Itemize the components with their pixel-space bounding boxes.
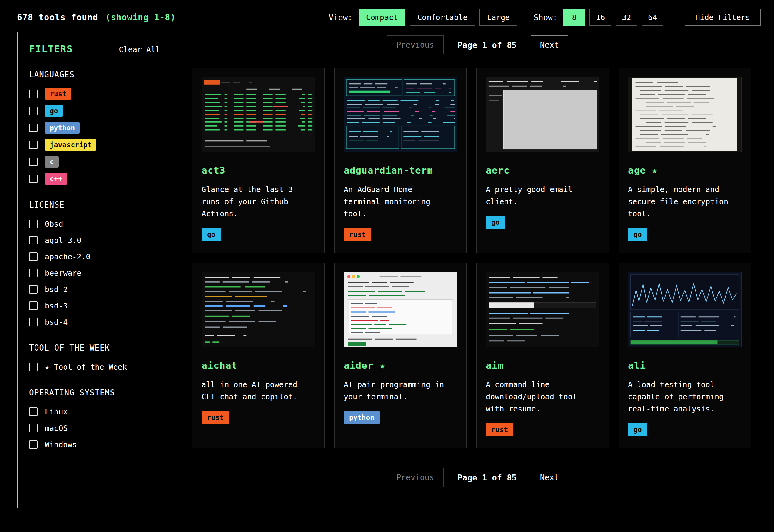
filter-tool-of-the-week[interactable]: ★ Tool of the Week: [29, 361, 160, 372]
showing-range: (showing 1-8): [105, 12, 176, 22]
macos-checkbox[interactable]: [29, 424, 38, 432]
filter-license-apache-2.0[interactable]: apache-2.0: [29, 251, 160, 262]
filter-language-python[interactable]: python: [29, 122, 160, 134]
0bsd-checkbox[interactable]: [29, 220, 38, 228]
filter-license-bsd-2[interactable]: bsd-2: [29, 284, 160, 295]
filter-license-beerware[interactable]: beerware: [29, 268, 160, 278]
rust-badge: rust: [45, 88, 71, 100]
next-page-button[interactable]: Next: [531, 468, 569, 487]
filter-language-javascript[interactable]: javascript: [29, 139, 160, 151]
view-comfortable-button[interactable]: Comfortable: [410, 9, 475, 26]
filter-language-c[interactable]: c: [29, 156, 160, 168]
tool-card-ali[interactable]: ali A load testing tool capable of perfo…: [619, 263, 751, 448]
filter-language-go[interactable]: go: [29, 105, 160, 117]
filter-license-0bsd[interactable]: 0bsd: [29, 218, 160, 229]
windows-label: Windows: [45, 440, 77, 449]
tool-name-text: aichat: [202, 360, 237, 371]
filter-license-agpl-3.0[interactable]: agpl-3.0: [29, 235, 160, 246]
tool-of-the-week-checkbox[interactable]: [29, 363, 38, 371]
show-64-button[interactable]: 64: [642, 9, 663, 26]
filter-os-linux[interactable]: Linux: [29, 406, 160, 417]
macos-label: macOS: [45, 424, 68, 433]
view-controls: View: Compact Comfortable Large Show: 8 …: [329, 9, 761, 26]
bsd-2-label: bsd-2: [45, 285, 68, 294]
tool-card-aichat[interactable]: aichat all-in-one AI powered CLI chat an…: [192, 263, 325, 448]
license-heading: LICENSE: [29, 200, 160, 209]
linux-label: Linux: [45, 407, 68, 416]
filter-os-macos[interactable]: macOS: [29, 423, 160, 434]
view-large-button[interactable]: Large: [479, 9, 517, 26]
beerware-checkbox[interactable]: [29, 269, 38, 277]
page-status: Page 1 of 85: [458, 40, 517, 50]
python-checkbox[interactable]: [29, 124, 38, 132]
view-compact-button[interactable]: Compact: [359, 9, 405, 26]
rust-checkbox[interactable]: [29, 90, 38, 98]
tool-of-the-week-label: ★ Tool of the Week: [45, 363, 127, 371]
tool-card-aider[interactable]: aider ★ AI pair programming in your term…: [334, 263, 467, 448]
tools-grid: act3 Glance at the last 3 runs of your G…: [192, 68, 763, 448]
page-layout: FILTERS Clear All LANGUAGES rust go pyth…: [0, 32, 774, 508]
tool-description: An AdGuard Home terminal monitoring tool…: [344, 184, 450, 220]
bsd-4-checkbox[interactable]: [29, 318, 38, 326]
next-page-button[interactable]: Next: [531, 35, 569, 54]
javascript-badge: javascript: [45, 139, 96, 151]
filters-sidebar: FILTERS Clear All LANGUAGES rust go pyth…: [17, 32, 172, 508]
tool-description: A pretty good email client.: [486, 184, 592, 208]
go-badge: go: [45, 105, 63, 117]
show-8-button[interactable]: 8: [563, 9, 585, 26]
tool-card-aerc[interactable]: aerc A pretty good email client. go: [476, 68, 609, 253]
filter-os-windows[interactable]: Windows: [29, 439, 160, 450]
beerware-label: beerware: [45, 269, 81, 278]
aider-screenshot-image: [344, 272, 457, 347]
tool-description: Glance at the last 3 runs of your Github…: [202, 184, 308, 220]
bsd-4-label: bsd-4: [45, 318, 68, 327]
hide-filters-button[interactable]: Hide Filters: [685, 9, 761, 26]
filter-license-bsd-4[interactable]: bsd-4: [29, 317, 160, 328]
act3-screenshot-image: [202, 77, 315, 152]
tool-name-text: aerc: [486, 165, 510, 176]
tool-name-text: act3: [202, 165, 225, 176]
bsd-3-label: bsd-3: [45, 301, 68, 310]
tool-name: ali: [628, 360, 742, 371]
language-badge: rust: [344, 228, 371, 241]
languages-heading: LANGUAGES: [29, 70, 160, 79]
windows-checkbox[interactable]: [29, 440, 38, 449]
cpp-checkbox[interactable]: [29, 175, 38, 183]
tool-name: aider ★: [344, 360, 457, 371]
bsd-2-checkbox[interactable]: [29, 285, 38, 294]
clear-all-button[interactable]: Clear All: [119, 45, 160, 54]
linux-checkbox[interactable]: [29, 407, 38, 416]
tool-card-age[interactable]: age ★ A simple, modern and secure file e…: [619, 68, 751, 253]
tool-card-act3[interactable]: act3 Glance at the last 3 runs of your G…: [192, 68, 325, 253]
aichat-screenshot-image: [202, 272, 315, 347]
apache-checkbox[interactable]: [29, 252, 38, 261]
tool-screenshot: [628, 77, 742, 152]
show-32-button[interactable]: 32: [616, 9, 637, 26]
c-checkbox[interactable]: [29, 158, 38, 166]
tool-name: aichat: [202, 360, 315, 371]
pagination-top: Previous Page 1 of 85 Next: [192, 35, 763, 54]
show-label: Show:: [534, 13, 557, 22]
adguardian-term-screenshot-image: [344, 77, 457, 152]
tool-star: ★: [646, 165, 658, 176]
language-badge: go: [628, 423, 647, 436]
filter-language-rust[interactable]: rust: [29, 88, 160, 100]
tool-name: aerc: [486, 165, 599, 176]
show-16-button[interactable]: 16: [589, 9, 611, 26]
tool-screenshot: [628, 272, 742, 347]
tool-card-aim[interactable]: aim A command line download/upload tool …: [476, 263, 609, 448]
previous-page-button[interactable]: Previous: [387, 468, 444, 487]
bsd-3-checkbox[interactable]: [29, 301, 38, 310]
tool-card-adguardian-term[interactable]: adguardian-term An AdGuard Home terminal…: [334, 68, 467, 253]
language-badge: rust: [202, 411, 229, 424]
agpl-checkbox[interactable]: [29, 236, 38, 244]
previous-page-button[interactable]: Previous: [387, 35, 444, 54]
go-checkbox[interactable]: [29, 107, 38, 115]
tool-name: adguardian-term: [344, 165, 457, 176]
filter-language-cpp[interactable]: c++: [29, 173, 160, 185]
toolbar: 678 tools found (showing 1-8) View: Comp…: [0, 0, 774, 32]
tool-name-text: aim: [486, 360, 504, 371]
tool-description: A command line download/upload tool with…: [486, 379, 592, 415]
filter-license-bsd-3[interactable]: bsd-3: [29, 300, 160, 311]
javascript-checkbox[interactable]: [29, 141, 38, 149]
